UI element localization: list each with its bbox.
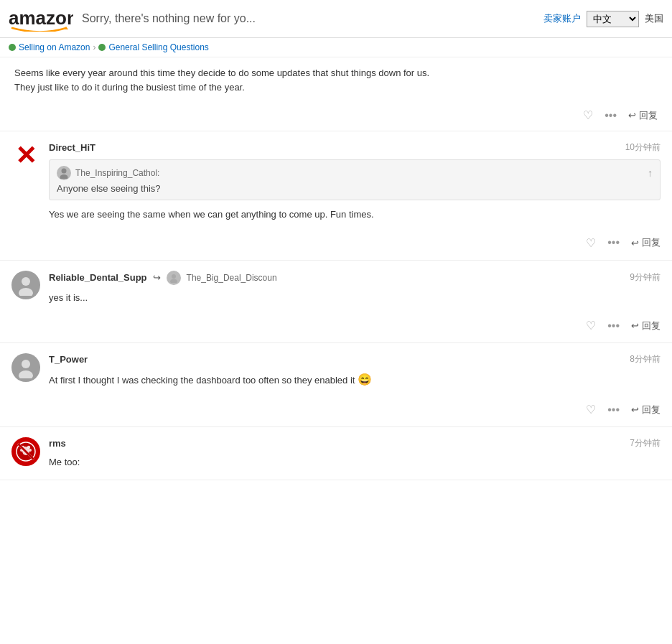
- post-body-reliable-dental: Reliable_Dental_Supp ↪ The_Big_Deal_Disc…: [49, 271, 661, 333]
- quoted-header: The_Inspiring_Cathol: ↑: [57, 166, 653, 180]
- time-t-power: 8分钟前: [630, 353, 661, 365]
- svg-point-4: [22, 277, 30, 286]
- like-icon-2[interactable]: ♡: [586, 236, 596, 250]
- quoted-avatar-icon: [58, 167, 70, 179]
- breadcrumb-selling-on-amazon[interactable]: Selling on Amazon: [19, 42, 90, 52]
- svg-point-6: [172, 274, 176, 279]
- breadcrumb-general-selling[interactable]: General Selling Questions: [108, 42, 208, 52]
- svg-point-5: [19, 288, 33, 296]
- post-body-rms: rms 7分钟前 Me too:: [49, 437, 661, 470]
- svg-point-7: [170, 279, 177, 283]
- post-direct-hit: ✕ Direct_HiT 10分钟前 The_I: [0, 131, 672, 261]
- amazon-logo-svg: amazon: [9, 6, 73, 32]
- partial-post: Seems like every year around this time t…: [0, 57, 672, 131]
- svg-point-9: [19, 370, 33, 378]
- avatar-t-power: [11, 353, 40, 382]
- reply-arrow-icon-4: ↩: [631, 404, 639, 415]
- reply-button-4[interactable]: ↩ 回复: [631, 403, 661, 416]
- reply-arrow-icon-3: ↩: [631, 320, 639, 331]
- breadcrumb-dot-2: [98, 44, 106, 51]
- time-rms: 7分钟前: [630, 437, 661, 449]
- region-label: 美国: [645, 12, 663, 25]
- post-actions-direct-hit: ♡ ••• ↩ 回复: [49, 236, 661, 250]
- post-header-reliable-dental: Reliable_Dental_Supp ↪ The_Big_Deal_Disc…: [49, 271, 661, 285]
- partial-post-actions: ♡ ••• ↩ 回复: [14, 108, 658, 122]
- quoted-post-direct-hit: The_Inspiring_Cathol: ↑ Anyone else seei…: [49, 159, 661, 200]
- reply-button-2[interactable]: ↩ 回复: [631, 236, 661, 249]
- post-rms: rms 7分钟前 Me too:: [0, 427, 672, 480]
- quoted-user: The_Inspiring_Cathol:: [57, 166, 159, 180]
- breadcrumb-dot-1: [9, 44, 16, 51]
- username-reliable-dental: Reliable_Dental_Supp: [49, 272, 147, 283]
- quoted-username: The_Inspiring_Cathol:: [75, 168, 159, 178]
- mention-name: The_Big_Deal_Discoun: [187, 273, 277, 283]
- username-rms: rms: [49, 438, 66, 449]
- time-direct-hit: 10分钟前: [625, 141, 661, 154]
- seller-account-link[interactable]: 卖家账户: [543, 12, 581, 25]
- svg-point-2: [62, 169, 67, 174]
- svg-point-14: [27, 446, 30, 449]
- header-controls: 卖家账户 中文 English 美国: [543, 11, 663, 27]
- post-reliable-dental: Reliable_Dental_Supp ↪ The_Big_Deal_Disc…: [0, 261, 672, 344]
- like-icon-4[interactable]: ♡: [586, 403, 596, 416]
- avatar-reliable-dental: [11, 271, 40, 299]
- post-actions-t-power: ♡ ••• ↩ 回复: [49, 403, 661, 416]
- time-reliable-dental: 9分钟前: [630, 271, 661, 284]
- svg-point-3: [60, 174, 68, 179]
- emoji-grinning: 😄: [358, 373, 372, 386]
- like-icon[interactable]: ♡: [583, 108, 593, 122]
- person-icon-reliable: [15, 274, 37, 296]
- quoted-avatar: [57, 166, 71, 180]
- reply-button-3[interactable]: ↩ 回复: [631, 319, 661, 332]
- more-options-icon[interactable]: •••: [605, 109, 617, 122]
- post-actions-reliable-dental: ♡ ••• ↩ 回复: [49, 319, 661, 332]
- mention-avatar-icon: [169, 273, 179, 283]
- post-text-direct-hit: Yes we are seeing the same when we can g…: [49, 207, 661, 222]
- page-title: Sorry, there's nothing new for yo...: [82, 12, 543, 25]
- language-selector[interactable]: 中文 English: [587, 11, 639, 27]
- post-t-power: T_Power 8分钟前 At first I thought I was ch…: [0, 343, 672, 427]
- username-t-power: T_Power: [49, 354, 88, 365]
- posts-container: Seems like every year around this time t…: [0, 57, 672, 480]
- post-body-direct-hit: Direct_HiT 10分钟前 The_Inspiring_Cathol:: [49, 141, 661, 250]
- post-body-t-power: T_Power 8分钟前 At first I thought I was ch…: [49, 353, 661, 416]
- page-header: amazon Sorry, there's nothing new for yo…: [0, 0, 672, 38]
- more-options-icon-3[interactable]: •••: [607, 319, 620, 332]
- post-header-rms: rms 7分钟前: [49, 437, 661, 449]
- more-options-icon-2[interactable]: •••: [607, 236, 620, 249]
- reply-arrow-icon: ↩: [628, 110, 636, 121]
- avatar-rms: [11, 437, 40, 466]
- more-options-icon-4[interactable]: •••: [607, 403, 620, 416]
- avatar-direct-hit: ✕: [11, 141, 40, 170]
- reply-arrow-icon-2: ↩: [631, 238, 639, 248]
- person-icon-t-power: [15, 357, 37, 378]
- post-header-direct-hit: Direct_HiT 10分钟前: [49, 141, 661, 154]
- post-text-rms: Me too:: [49, 455, 661, 470]
- x-icon: ✕: [15, 143, 37, 169]
- partial-post-text: Seems like every year around this time t…: [14, 66, 658, 94]
- svg-point-8: [22, 360, 30, 368]
- mention-avatar: [167, 271, 181, 285]
- post-text-t-power: At first I thought I was checking the da…: [49, 371, 661, 388]
- quoted-text: Anyone else seeing this?: [57, 183, 653, 194]
- post-header-t-power: T_Power 8分钟前: [49, 353, 661, 365]
- post-text-reliable-dental: yes it is...: [49, 291, 661, 305]
- breadcrumb: Selling on Amazon › General Selling Ques…: [0, 38, 672, 57]
- username-direct-hit: Direct_HiT: [49, 142, 95, 153]
- up-arrow-icon[interactable]: ↑: [648, 167, 653, 179]
- no-sign-icon: [16, 442, 36, 462]
- amazon-logo: amazon: [9, 6, 73, 32]
- like-icon-3[interactable]: ♡: [586, 319, 596, 332]
- breadcrumb-separator: ›: [93, 42, 95, 52]
- reply-button[interactable]: ↩ 回复: [628, 109, 658, 122]
- reply-arrow-mention: ↪: [153, 272, 161, 283]
- svg-point-16: [29, 449, 32, 452]
- svg-text:amazon: amazon: [9, 7, 73, 29]
